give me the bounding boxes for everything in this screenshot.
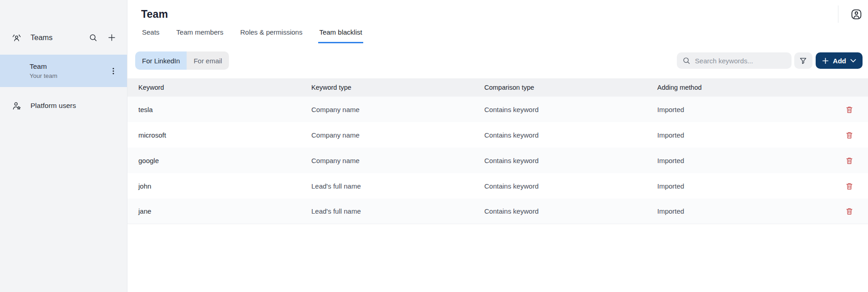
cell-comparison-type: Contains keyword [484, 106, 657, 113]
trash-icon [845, 182, 853, 190]
cell-keyword: microsoft [138, 131, 311, 139]
cell-comparison-type: Contains keyword [484, 182, 657, 190]
cell-adding-method: Imported [657, 157, 843, 164]
header-right [838, 5, 863, 23]
delete-keyword-button[interactable] [844, 206, 854, 216]
cell-adding-method: Imported [657, 106, 843, 113]
table-row: tesla Company name Contains keyword Impo… [127, 97, 868, 122]
table-row: john Lead's full name Contains keyword I… [127, 173, 868, 199]
add-button-label: Add [833, 57, 846, 65]
blacklist-type-switch: For LinkedIn For email [135, 51, 229, 70]
cell-adding-method: Imported [657, 182, 843, 190]
controls-right: Add [677, 52, 863, 69]
for-email-toggle[interactable]: For email [187, 51, 229, 70]
tab-bar: Seats Team members Roles & permissions T… [127, 24, 868, 43]
person-star-icon [11, 101, 22, 111]
cell-keyword-type: Company name [311, 157, 484, 164]
plus-icon [107, 33, 116, 42]
header-divider [838, 5, 838, 23]
trash-icon [845, 207, 853, 215]
delete-keyword-button[interactable] [844, 130, 854, 140]
plus-icon [822, 57, 829, 64]
controls-row: For LinkedIn For email [127, 51, 868, 70]
tab-team-blacklist[interactable]: Team blacklist [318, 24, 363, 43]
cell-comparison-type: Contains keyword [484, 131, 657, 139]
tab-seats[interactable]: Seats [141, 24, 160, 43]
team-item-subtitle: Your team [30, 72, 110, 79]
table-body: tesla Company name Contains keyword Impo… [127, 97, 868, 224]
cell-keyword-type: Lead's full name [311, 207, 484, 215]
delete-keyword-button[interactable] [844, 155, 854, 166]
table-row: jane Lead's full name Contains keyword I… [127, 199, 868, 224]
cell-keyword-type: Company name [311, 131, 484, 139]
cell-keyword: jane [138, 207, 311, 215]
keyword-search-box[interactable] [677, 52, 792, 69]
cell-adding-method: Imported [657, 207, 843, 215]
table-row: google Company name Contains keyword Imp… [127, 148, 868, 173]
main-content: Team Seats Team members Roles & permi [127, 0, 868, 292]
team-item-text: Team Your team [30, 62, 110, 79]
chevron-down-icon [850, 59, 856, 63]
funnel-icon [799, 56, 807, 65]
cell-adding-method: Imported [657, 131, 843, 139]
table-header: Keyword Keyword type Comparison type Add… [127, 78, 868, 97]
sidebar-item-team[interactable]: Team Your team [0, 55, 127, 87]
cell-keyword: tesla [138, 106, 311, 113]
team-item-title: Team [30, 62, 110, 71]
main-header: Team [127, 0, 868, 24]
add-keyword-button[interactable]: Add [816, 52, 863, 69]
search-icon [89, 33, 97, 42]
kebab-menu-icon [110, 67, 117, 75]
cell-keyword: john [138, 182, 311, 190]
app-window: Teams Team Your team [0, 0, 868, 292]
cell-comparison-type: Contains keyword [484, 157, 657, 164]
add-team-button[interactable] [107, 33, 116, 42]
platform-users-label: Platform users [30, 102, 76, 110]
cell-keyword-type: Company name [311, 106, 484, 113]
sidebar-search-button[interactable] [89, 33, 97, 42]
sidebar-header: Teams [0, 29, 127, 46]
account-button[interactable] [850, 8, 863, 20]
column-header-keyword-type: Keyword type [311, 84, 484, 91]
blacklist-table: Keyword Keyword type Comparison type Add… [127, 78, 868, 224]
tab-roles-permissions[interactable]: Roles & permissions [239, 24, 304, 43]
trash-icon [845, 105, 853, 114]
keyword-search-input[interactable] [695, 57, 786, 65]
sidebar-title: Teams [30, 33, 79, 42]
trash-icon [845, 156, 853, 165]
column-header-keyword: Keyword [138, 84, 311, 91]
tab-team-members[interactable]: Team members [175, 24, 224, 43]
filter-button[interactable] [794, 52, 812, 69]
team-item-menu-button[interactable] [110, 67, 117, 75]
group-icon [11, 32, 22, 43]
user-avatar-icon [850, 8, 863, 20]
sidebar-item-platform-users[interactable]: Platform users [0, 92, 127, 119]
magnifier-icon [682, 56, 690, 65]
table-row: microsoft Company name Contains keyword … [127, 122, 868, 148]
delete-keyword-button[interactable] [844, 181, 854, 191]
cell-comparison-type: Contains keyword [484, 207, 657, 215]
cell-keyword-type: Lead's full name [311, 182, 484, 190]
page-title: Team [141, 8, 168, 20]
column-header-adding-method: Adding method [657, 84, 843, 91]
cell-keyword: google [138, 157, 311, 164]
trash-icon [845, 131, 853, 139]
column-header-comparison-type: Comparison type [484, 84, 657, 91]
for-linkedin-toggle[interactable]: For LinkedIn [135, 51, 187, 70]
delete-keyword-button[interactable] [844, 104, 854, 115]
sidebar: Teams Team Your team [0, 0, 127, 292]
